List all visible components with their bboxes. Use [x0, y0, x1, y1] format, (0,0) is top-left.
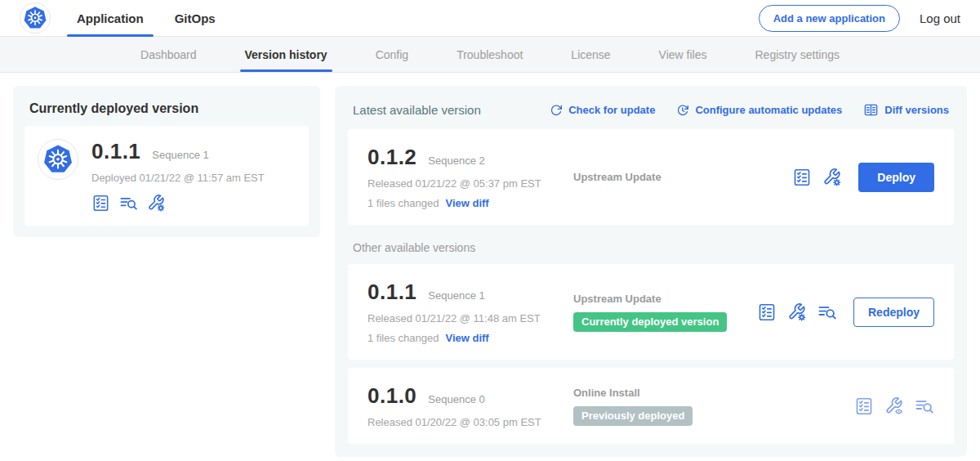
source-label: Upstream Update [573, 293, 757, 305]
top-nav: Application GitOps Add a new application… [0, 0, 980, 37]
sequence-label: Sequence 0 [428, 393, 484, 405]
refresh-icon [550, 104, 563, 117]
updates-actions: Check for update Configure automatic upd… [550, 102, 949, 118]
released-date: Released 01/21/22 @ 05:37 pm EST [368, 177, 573, 190]
checklist-icon[interactable] [91, 194, 110, 213]
checklist-icon[interactable] [792, 168, 812, 187]
kubernetes-helm-icon [42, 144, 74, 175]
subnav-dashboard-label: Dashboard [140, 48, 197, 61]
currently-deployed-panel: Currently deployed version 0.1.1 Sequenc… [13, 86, 320, 237]
subnav-item-registry-settings[interactable]: Registry settings [755, 37, 840, 72]
content-area: Currently deployed version 0.1.1 Sequenc… [0, 73, 980, 461]
currently-deployed-title: Currently deployed version [29, 101, 304, 116]
kots-admin-console: Application GitOps Add a new application… [0, 0, 980, 461]
released-date: Released 01/20/22 @ 03:05 pm EST [368, 416, 573, 428]
file-search-icon[interactable] [817, 302, 837, 322]
latest-available-title: Latest available version [353, 103, 481, 117]
subnav-item-view-files[interactable]: View files [659, 37, 707, 72]
version-card-0-1-2: 0.1.2 Sequence 2 Released 01/21/22 @ 05:… [348, 129, 954, 225]
brand [20, 0, 51, 36]
tab-application[interactable]: Application [67, 0, 154, 36]
version-card-0-1-1: 0.1.1 Sequence 1 Released 01/21/22 @ 11:… [348, 264, 954, 360]
redeploy-button[interactable]: Redeploy [853, 298, 934, 327]
logout-link[interactable]: Log out [920, 11, 960, 25]
file-search-icon[interactable] [915, 396, 934, 416]
app-sub-nav: Dashboard Version history Config Trouble… [0, 37, 980, 73]
tab-application-label: Application [77, 11, 144, 25]
subnav-troubleshoot-label: Troubleshoot [457, 48, 523, 61]
diff-icon [863, 102, 879, 118]
checklist-icon[interactable] [854, 396, 874, 416]
check-for-update-label: Check for update [568, 104, 655, 116]
version-actions [854, 396, 934, 416]
deployed-app-logo [38, 139, 78, 180]
version-source: Upstream Update [573, 171, 792, 183]
diff-versions-label: Diff versions [884, 104, 949, 116]
sequence-label: Sequence 1 [428, 289, 484, 302]
source-label: Upstream Update [573, 171, 792, 183]
version-info: 0.1.1 Sequence 1 Released 01/21/22 @ 11:… [368, 280, 573, 344]
sequence-label: Sequence 2 [428, 154, 484, 167]
top-tabs: Application GitOps [67, 0, 237, 36]
subnav-registry-settings-label: Registry settings [755, 48, 840, 61]
configure-automatic-updates-link[interactable]: Configure automatic updates [676, 104, 842, 117]
files-changed-label: 1 files changed [368, 197, 439, 209]
version-actions: Deploy [792, 163, 934, 192]
source-label: Online Install [573, 387, 854, 399]
wrench-gear-icon[interactable] [787, 302, 807, 322]
configure-automatic-updates-label: Configure automatic updates [695, 104, 842, 116]
topnav-right: Add a new application Log out [759, 0, 960, 36]
available-versions-panel: Latest available version Check for updat… [335, 86, 967, 457]
version-card-0-1-0: 0.1.0 Sequence 0 Released 01/20/22 @ 03:… [348, 368, 954, 444]
currently-deployed-card: 0.1.1 Sequence 1 Deployed 01/21/22 @ 11:… [24, 126, 309, 226]
version-source: Upstream Update Currently deployed versi… [573, 293, 757, 332]
view-diff-link[interactable]: View diff [445, 332, 488, 344]
file-search-icon[interactable] [119, 194, 138, 213]
wrench-gear-icon[interactable] [822, 168, 842, 187]
deployed-version-info: 0.1.1 Sequence 1 Deployed 01/21/22 @ 11:… [91, 139, 265, 213]
kubernetes-helm-icon [23, 6, 47, 30]
wrench-gear-icon[interactable] [147, 194, 166, 213]
check-for-update-link[interactable]: Check for update [550, 104, 655, 117]
updates-header: Latest available version Check for updat… [353, 102, 949, 118]
version-info: 0.1.0 Sequence 0 Released 01/20/22 @ 03:… [368, 383, 573, 428]
subnav-config-label: Config [376, 48, 408, 61]
subnav-license-label: License [571, 48, 610, 61]
subnav-item-version-history[interactable]: Version history [245, 37, 327, 72]
clock-refresh-icon [676, 104, 689, 117]
subnav-item-dashboard[interactable]: Dashboard [140, 37, 197, 72]
currently-deployed-badge: Currently deployed version [573, 312, 727, 332]
files-changed-label: 1 files changed [368, 332, 439, 344]
deployed-date: Deployed 01/21/22 @ 11:57 am EST [91, 172, 265, 184]
deploy-button[interactable]: Deploy [858, 163, 934, 192]
subnav-version-history-label: Version history [245, 48, 327, 61]
version-source: Online Install Previously deployed [573, 387, 854, 426]
deployed-sequence-label: Sequence 1 [152, 149, 208, 161]
version-number: 0.1.0 [368, 383, 416, 409]
version-number: 0.1.2 [368, 145, 416, 170]
subnav-item-config[interactable]: Config [376, 37, 408, 72]
version-info: 0.1.2 Sequence 2 Released 01/21/22 @ 05:… [368, 145, 573, 209]
diff-versions-link[interactable]: Diff versions [863, 102, 949, 118]
subnav-view-files-label: View files [659, 48, 707, 61]
checklist-icon[interactable] [757, 302, 777, 322]
subnav-item-license[interactable]: License [571, 37, 610, 72]
deployed-card-actions [91, 194, 265, 213]
add-application-button[interactable]: Add a new application [759, 5, 900, 32]
tab-gitops-label: GitOps [175, 11, 216, 25]
deployed-version-number: 0.1.1 [91, 139, 140, 164]
wrench-eye-icon[interactable] [884, 396, 904, 416]
other-versions-title: Other available versions [353, 241, 949, 254]
tab-gitops[interactable]: GitOps [165, 0, 225, 36]
released-date: Released 01/21/22 @ 11:48 am EST [368, 312, 573, 324]
app-logo[interactable] [20, 2, 51, 34]
view-diff-link[interactable]: View diff [445, 197, 488, 209]
version-number: 0.1.1 [368, 280, 416, 305]
subnav-item-troubleshoot[interactable]: Troubleshoot [457, 37, 523, 72]
version-actions: Redeploy [757, 298, 934, 327]
previously-deployed-badge: Previously deployed [573, 406, 693, 426]
